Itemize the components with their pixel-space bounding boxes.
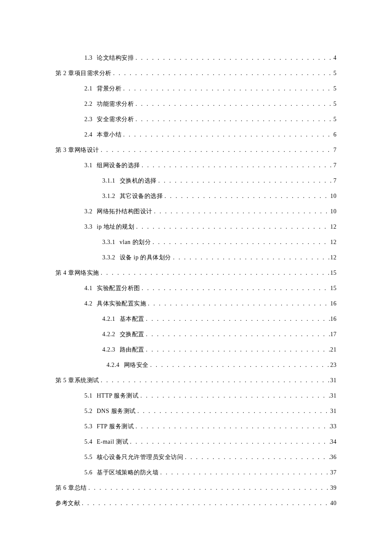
toc-entry: 3.1.2 其它设备的选择 10	[55, 189, 337, 204]
toc-page-number: 15	[330, 281, 337, 296]
toc-leader-dots	[140, 281, 331, 296]
toc-entry: 5.5 核心设备只允许管理员安全访问 36	[55, 450, 337, 465]
toc-leader-dots	[146, 296, 330, 311]
toc-page-number: 6	[334, 127, 337, 142]
toc-entry: 1.3 论文结构安排 4	[55, 50, 337, 66]
toc-page-number: 10	[330, 204, 337, 219]
toc-number: 第 5 章	[55, 373, 75, 388]
toc-entry: 第 5 章 系统测试 31	[55, 373, 337, 388]
toc-entry: 5.6 基于区域策略的防火墙 37	[55, 465, 337, 480]
toc-number: 1.3	[84, 50, 92, 66]
toc-title: 本章小结	[97, 127, 121, 142]
toc-entry: 5.4 E-mail 测试 34	[55, 434, 337, 450]
toc-leader-dots	[144, 342, 331, 357]
toc-title: 论文结构安排	[97, 50, 134, 66]
toc-leader-dots	[134, 50, 334, 66]
toc-number: 第 4 章	[55, 265, 75, 281]
toc-entry: 3.3.1 vlan 的划分 12	[55, 235, 337, 250]
toc-title: 基本配置	[120, 311, 144, 327]
toc-page-number: 36	[330, 450, 337, 465]
toc-title: 功能需求分析	[97, 96, 134, 112]
toc-leader-dots	[140, 158, 334, 173]
toc-title: 网络实施	[75, 265, 99, 281]
toc-number: 5.2	[84, 404, 92, 419]
toc-leader-dots	[134, 419, 330, 434]
toc-leader-dots	[159, 465, 330, 480]
toc-leader-dots	[171, 250, 330, 265]
toc-title: 安全需求分析	[97, 112, 134, 127]
toc-entry: 4.1 实验配置分析图 15	[55, 281, 337, 296]
toc-number: 第 3 章	[55, 142, 75, 158]
toc-number: 2.3	[84, 112, 92, 127]
toc-title: 网络设计	[75, 142, 99, 158]
toc-number: 4.2.1	[102, 311, 115, 327]
toc-title: 路由配置	[120, 342, 144, 357]
toc-page-number: 7	[334, 158, 337, 173]
toc-title: 系统测试	[75, 373, 99, 388]
toc-title: E-mail 测试	[97, 434, 128, 450]
toc-number: 5.4	[84, 434, 92, 450]
toc-leader-dots	[163, 189, 330, 204]
toc-entry: 2.3 安全需求分析 5	[55, 112, 337, 127]
toc-page-number: 7	[334, 142, 337, 158]
toc-title: 项目需求分析	[75, 66, 112, 81]
toc-leader-dots	[183, 450, 330, 465]
toc-number: 3.3	[84, 219, 92, 235]
toc-page-number: 34	[330, 434, 337, 450]
toc-title: 参考文献	[55, 496, 80, 511]
toc-entry: 3.3 ip 地址的规划 12	[55, 219, 337, 235]
toc-entry: 3.1.1 交换机的选择 7	[55, 173, 337, 189]
toc-title: 交换配置	[120, 327, 144, 342]
toc-title: 基于区域策略的防火墙	[97, 465, 159, 480]
toc-entry: 3.2 网络拓扑结构图设计 10	[55, 204, 337, 219]
toc-entry: 4.2.2 交换配置 17	[55, 327, 337, 342]
toc-page-number: 10	[330, 189, 337, 204]
toc-title: 网络拓扑结构图设计	[97, 204, 153, 219]
toc-title: 实验配置分析图	[97, 281, 140, 296]
toc-title: 交换机的选择	[120, 173, 157, 189]
toc-entry: 2.1 背景分析 5	[55, 81, 337, 96]
toc-page-number: 7	[334, 173, 337, 189]
toc-title: 设备 ip 的具体划分	[120, 250, 171, 265]
toc-entry: 4.2.1 基本配置 16	[55, 311, 337, 327]
toc-page-number: 12	[330, 250, 337, 265]
toc-entry: 第 4 章 网络实施 15	[55, 265, 337, 281]
toc-number: 3.3.2	[102, 250, 115, 265]
toc-leader-dots	[144, 311, 331, 327]
toc-number: 4.2	[84, 296, 92, 311]
toc-leader-dots	[87, 480, 331, 496]
toc-entry: 第 6 章 总结 39	[55, 480, 337, 496]
toc-entry: 4.2.3 路由配置 21	[55, 342, 337, 357]
toc-title: 背景分析	[97, 81, 121, 96]
toc-title: FTP 服务测试	[97, 419, 134, 434]
toc-page-number: 15	[330, 265, 337, 281]
toc-leader-dots	[128, 434, 330, 450]
toc-page-number: 5	[334, 112, 337, 127]
toc-entry: 4.2.4 网络安全 23	[55, 357, 337, 373]
toc-entry: 5.2 DNS 服务测试 31	[55, 404, 337, 419]
toc-page-number: 37	[330, 465, 337, 480]
toc-number: 2.2	[84, 96, 92, 112]
toc-leader-dots	[121, 127, 334, 142]
toc-number: 5.5	[84, 450, 92, 465]
toc-entry: 第 2 章 项目需求分析 5	[55, 66, 337, 81]
toc-page-number: 5	[334, 81, 337, 96]
toc-leader-dots	[149, 357, 331, 373]
toc-title: 具体实验配置实施	[97, 296, 146, 311]
toc-page-number: 5	[334, 96, 337, 112]
toc-leader-dots	[134, 112, 334, 127]
toc-page-number: 16	[330, 311, 337, 327]
toc-number: 4.1	[84, 281, 92, 296]
toc-page-number: 5	[334, 66, 337, 81]
toc-leader-dots	[144, 327, 331, 342]
toc-title: 总结	[75, 480, 87, 496]
toc-leader-dots	[121, 81, 334, 96]
toc-number: 2.1	[84, 81, 92, 96]
toc-number: 3.1.1	[102, 173, 115, 189]
toc-title: vlan 的划分	[120, 235, 151, 250]
toc-title: 其它设备的选择	[120, 189, 163, 204]
toc-entry: 参考文献 40	[55, 496, 337, 511]
toc-page-number: 39	[330, 480, 337, 496]
toc-leader-dots	[151, 235, 330, 250]
toc-entry: 2.4 本章小结 6	[55, 127, 337, 142]
